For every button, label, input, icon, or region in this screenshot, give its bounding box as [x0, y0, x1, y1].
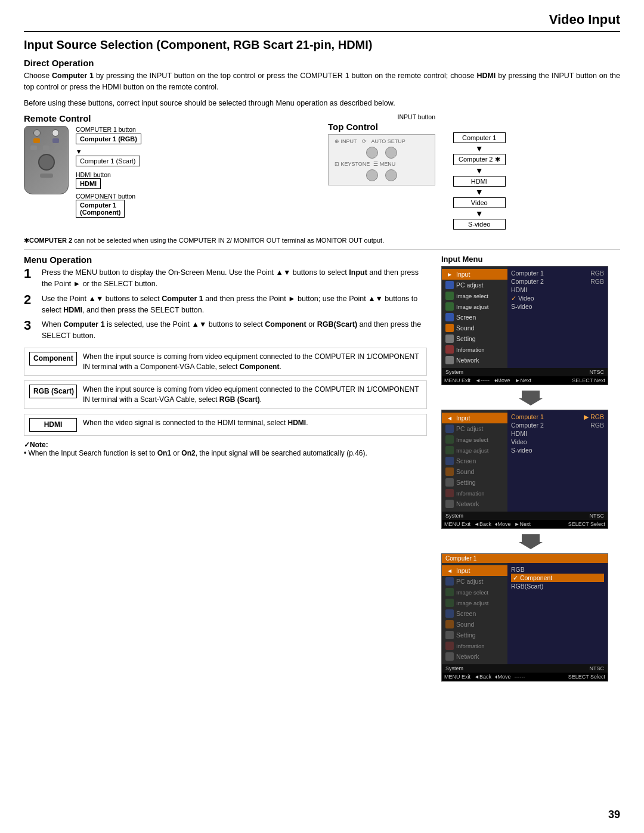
- menu-right-2: Computer 1▶ RGB Computer 2RGB HDMI Video…: [507, 410, 608, 512]
- note-text: • When the Input Search function is set …: [24, 449, 427, 457]
- direct-operation-text2: Before using these buttons, correct inpu…: [24, 98, 620, 109]
- rc-small-5: [55, 145, 62, 150]
- menu-item-input-3: ◀ Input: [442, 565, 507, 576]
- menu-icon-pcadjust-3: [445, 577, 454, 586]
- computer1-scart-box: Computer 1 (Scart): [76, 156, 140, 166]
- flow-svideo: S-video: [453, 219, 506, 230]
- menu-icon-imageselect-2: [445, 435, 454, 444]
- menu-item-input-1: ▶ Input: [442, 269, 507, 280]
- rc-callouts: COMPUTER 1 button Computer 1 (RGB) ▼ Com…: [71, 126, 316, 219]
- component-infobox: Component When the input source is comin…: [24, 348, 427, 376]
- footnote-text: ✱COMPUTER 2 can not be selected when usi…: [24, 237, 620, 244]
- menu-left-1: ▶ Input PC adjust Image select Image adj…: [442, 267, 507, 368]
- menu-bar-1: MENU Exit◄-----♦Move►NextSELECT Next: [442, 376, 608, 385]
- menu-item-information-2: Information: [442, 488, 507, 498]
- menu-statusbar-3: System NTSC: [442, 664, 608, 673]
- menu-item-sound-3: Sound: [442, 619, 507, 630]
- mr-hdmi-2: HDMI: [511, 429, 604, 438]
- menu-left-3: ◀ Input PC adjust Image select Image adj…: [442, 563, 507, 664]
- top-control-section: INPUT button Top Control ⊕ INPUT⟳AUTO SE…: [328, 113, 620, 231]
- svg-marker-0: [519, 391, 543, 405]
- menu-icon-network-2: [445, 500, 454, 508]
- svg-marker-1: [519, 534, 543, 549]
- rc-small-3: [30, 145, 37, 150]
- menu-screen-2: ◀ Input PC adjust Image select Image adj…: [441, 410, 608, 529]
- computer1-btn-label: COMPUTER 1 button: [76, 126, 316, 133]
- rc-nav-ring: [38, 154, 55, 171]
- remote-control-section: Remote Control: [24, 113, 316, 231]
- menu-icon-setting-2: [445, 478, 454, 487]
- mr-computer2-2: Computer 2RGB: [511, 421, 604, 429]
- direct-operation-text1: Choose Computer 1 by pressing the INPUT …: [24, 70, 620, 93]
- menu-item-setting-1: Setting: [442, 333, 507, 344]
- menu-item-input-2: ◀ Input: [442, 413, 507, 423]
- menu-statusbar-1: System NTSC: [442, 368, 608, 376]
- page-title: Video Input: [24, 12, 620, 32]
- menu-arrow-1: [441, 388, 620, 407]
- top-control-diagram: ⊕ INPUT⟳AUTO SETUP ⊡ KEYSTONE☰ MENU: [328, 134, 435, 185]
- tc-circles: [335, 147, 429, 159]
- tc-labels2: ⊡ KEYSTONE☰ MENU: [335, 161, 429, 167]
- hdmi-box: HDMI: [76, 178, 101, 189]
- menu-icon-imageselect-1: [445, 292, 454, 300]
- menu-right-1: Computer 1RGB Computer 2RGB HDMI Video S…: [507, 267, 608, 368]
- top-control-title: Top Control: [328, 122, 435, 132]
- menu-icon-information-2: [445, 489, 454, 497]
- mr-computer1-1: Computer 1RGB: [511, 269, 604, 277]
- arrow-down: ▼: [76, 148, 316, 155]
- hdmi-infobox: HDMI When the video signal is connected …: [24, 414, 427, 436]
- mr-svideo-1: S-video: [511, 302, 604, 311]
- mr-computer1-2: Computer 1▶ RGB: [511, 413, 604, 421]
- tc-circle-2: [385, 147, 397, 159]
- step-3: 3 When Computer 1 is selected, use the P…: [24, 319, 427, 342]
- menu-item-screen-1: Screen: [442, 312, 507, 323]
- rc-small-1: [33, 138, 40, 143]
- menu-icon-input-2: ◀: [445, 414, 454, 422]
- menu-icon-screen-1: [445, 313, 454, 321]
- step-num-1: 1: [24, 267, 36, 280]
- component-btn-label: COMPONENT button: [76, 193, 316, 200]
- menu-item-sound-1: Sound: [442, 323, 507, 333]
- menu-item-network-3: Network: [442, 651, 507, 662]
- menu-icon-imageadjust-1: [445, 302, 454, 311]
- menu-item-imageselect-2: Image select: [442, 434, 507, 445]
- rc-btn-2: [52, 129, 59, 137]
- top-control-flow: Computer 1 ▼ Computer 2 ✱ ▼ HDMI ▼ Video…: [453, 113, 506, 231]
- menu-item-imageadjust-2: Image adjust: [442, 445, 507, 456]
- menu-icon-setting-3: [445, 631, 454, 639]
- mr-svideo-2: S-video: [511, 446, 604, 454]
- menu-item-pcadjust-2: PC adjust: [442, 423, 507, 434]
- menu-item-information-3: Information: [442, 640, 507, 651]
- menu-screen-1: ▶ Input PC adjust Image select Image adj…: [441, 266, 608, 385]
- menu-screen3-header: Computer 1: [442, 554, 608, 563]
- flow-arrow-2: ▼: [453, 166, 506, 175]
- menu-icon-network-3: [445, 652, 454, 661]
- menu-icon-imageadjust-2: [445, 446, 454, 454]
- step-text-3: When Computer 1 is selected, use the Poi…: [42, 319, 427, 342]
- menu-icon-imageadjust-3: [445, 599, 454, 607]
- rgb-scart-label: RGB (Scart): [29, 385, 77, 398]
- menu-status-left-1: System: [445, 369, 463, 375]
- computer1-component-box: Computer 1(Component): [76, 200, 125, 218]
- input-menu-title: Input Menu: [441, 255, 620, 264]
- step-2: 2 Use the Point ▲▼ buttons to select Com…: [24, 293, 427, 316]
- menu-item-imageselect-1: Image select: [442, 290, 507, 301]
- menu-icon-sound-3: [445, 620, 454, 628]
- tc-circle-3: [366, 169, 378, 181]
- menu-item-setting-2: Setting: [442, 477, 507, 488]
- flow-arrow-1: ▼: [453, 144, 506, 153]
- hdmi-btn-label: HDMI button: [76, 171, 316, 178]
- menu-status-left-2: System: [445, 513, 463, 519]
- menu-left-2: ◀ Input PC adjust Image select Image adj…: [442, 410, 507, 512]
- menu-status-left-3: System: [445, 665, 463, 671]
- direct-operation-title: Direct Operation: [24, 58, 620, 68]
- flow-arrow-3: ▼: [453, 188, 506, 196]
- flow-computer2: Computer 2 ✱: [453, 154, 506, 165]
- menu-operation-title: Menu Operation: [24, 255, 427, 265]
- menu-item-screen-3: Screen: [442, 608, 507, 619]
- main-section-title: Input Source Selection (Component, RGB S…: [24, 38, 620, 52]
- menu-item-information-1: Information: [442, 344, 507, 355]
- menu-item-imageadjust-3: Image adjust: [442, 597, 507, 608]
- menu-status-right-2: NTSC: [590, 513, 605, 519]
- menu-item-setting-3: Setting: [442, 630, 507, 640]
